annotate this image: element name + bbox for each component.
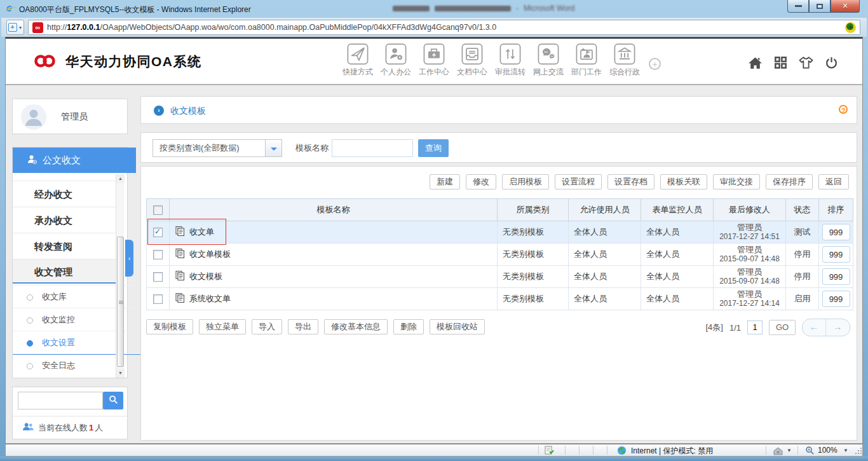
address-bar[interactable]: ∞ http://127.0.0.1/OAapp/WebObjects/OAap…: [28, 20, 860, 35]
zoom-level[interactable]: 100%: [818, 446, 837, 455]
template-name-link[interactable]: 收文单模板: [189, 249, 231, 260]
power-logout-icon[interactable]: [825, 56, 838, 72]
table-row[interactable]: 收文单 无类别模板 全体人员 全体人员 管理员2017-12-27 14:51 …: [147, 221, 853, 244]
col-category: 所属类别: [498, 199, 569, 221]
close-icon: ✕: [842, 2, 848, 10]
person-add-icon: [385, 43, 407, 65]
sidebar-search-input[interactable]: [18, 392, 103, 409]
template-link-button[interactable]: 模板关联: [660, 174, 707, 189]
back-button[interactable]: 返回: [818, 174, 849, 189]
user-card: 管理员: [12, 99, 128, 134]
category-select[interactable]: 按类别查询(全部数据): [153, 139, 266, 157]
scrollbar-thumb[interactable]: [117, 237, 124, 367]
sidebar-subitem-received-monitor[interactable]: 收文监控: [13, 308, 145, 331]
template-recycle-bin-button[interactable]: 模板回收站: [430, 319, 485, 334]
addon-icon[interactable]: [845, 22, 856, 33]
nav-item-document-center[interactable]: 文档中心: [453, 43, 491, 78]
import-button[interactable]: 导入: [252, 319, 282, 334]
quick-add-button[interactable]: +▼: [6, 20, 24, 35]
template-name-link[interactable]: 收文单: [189, 226, 214, 238]
sidebar-search-panel: 当前在线人数 1 人: [12, 387, 128, 439]
help-icon[interactable]: ?: [839, 105, 848, 114]
chevron-down-icon[interactable]: ▼: [843, 448, 848, 453]
select-all-checkbox[interactable]: [153, 205, 163, 215]
scroll-up-icon[interactable]: ▲: [116, 174, 125, 183]
template-table: 模板名称 所属类别 允许使用人员 表单监控人员 最后修改人 状态 排序 收文单 …: [146, 198, 853, 310]
row-checkbox[interactable]: [153, 228, 163, 237]
sidebar-scrollbar[interactable]: ▲ ▼: [116, 174, 124, 378]
sort-order-input[interactable]: [822, 224, 850, 240]
nav-item-work-center[interactable]: 工作中心: [415, 43, 453, 78]
chevron-down-icon[interactable]: ▼: [787, 448, 792, 453]
row-checkbox[interactable]: [153, 272, 163, 282]
approval-handover-button[interactable]: 审批交接: [713, 174, 760, 189]
template-name-link[interactable]: 系统收文单: [189, 293, 231, 305]
delete-button[interactable]: 删除: [393, 319, 424, 334]
set-flow-button[interactable]: 设置流程: [555, 174, 602, 189]
table-row[interactable]: 收文模板 无类别模板 全体人员 全体人员 管理员2015-09-07 14:48…: [147, 266, 853, 288]
sort-order-input[interactable]: [822, 268, 850, 285]
sidebar-item-received-undertaken[interactable]: 承办收文: [13, 207, 116, 233]
page-viewport: 华天动力协同OA系统 快捷方式 个人办公 工作中心 文档中心: [5, 37, 863, 444]
sort-order-input[interactable]: [822, 246, 850, 263]
sidebar-subitem-security-log[interactable]: 安全日志: [13, 354, 145, 377]
top-nav: 快捷方式 个人办公 工作中心 文档中心 审批流转: [339, 43, 644, 78]
prev-page-icon[interactable]: ←: [803, 319, 825, 336]
more-apps-icon[interactable]: +: [649, 58, 661, 70]
sort-order-input[interactable]: [822, 291, 850, 307]
sidebar-section-title: 公文收文: [43, 155, 81, 167]
users-icon: [23, 422, 34, 434]
sidebar-subitem-received-settings[interactable]: 收文设置: [13, 331, 145, 355]
nav-item-shortcuts[interactable]: 快捷方式: [339, 43, 377, 78]
save-sort-button[interactable]: 保存排序: [766, 174, 813, 189]
export-button[interactable]: 导出: [288, 319, 318, 334]
sidebar-section-header[interactable]: 公文收文: [13, 148, 136, 173]
close-button[interactable]: ✕: [831, 0, 860, 13]
nav-item-approval-flow[interactable]: 审批流转: [491, 43, 529, 78]
address-row: +▼ ∞ http://127.0.0.1/OAapp/WebObjects/O…: [1, 18, 867, 37]
next-page-icon[interactable]: →: [825, 319, 849, 336]
enable-template-button[interactable]: 启用模板: [502, 174, 549, 189]
go-button[interactable]: GO: [769, 320, 796, 335]
page-number-input[interactable]: [747, 320, 763, 334]
copy-template-button[interactable]: 复制模板: [146, 319, 193, 334]
window-title: OA8000平台版_FPLMYSQL5--收文模板 - Windows Inte…: [19, 4, 251, 15]
maximize-button[interactable]: [809, 0, 831, 13]
template-name-label: 模板名称: [295, 133, 329, 163]
grid-menu-icon[interactable]: [774, 56, 787, 72]
nav-item-online-chat[interactable]: 网上交流: [529, 43, 567, 78]
resize-grip[interactable]: [854, 448, 862, 455]
query-button[interactable]: 查询: [418, 139, 449, 157]
template-name-input[interactable]: [332, 139, 413, 157]
sidebar-item-forward-review[interactable]: 转发查阅: [13, 233, 116, 259]
col-form-monitors: 表单监控人员: [641, 199, 714, 221]
radio-icon: [27, 294, 33, 301]
home-icon[interactable]: [748, 56, 763, 72]
scroll-down-icon[interactable]: ▼: [116, 369, 125, 378]
window-bottom-frame: [0, 457, 868, 461]
table-row[interactable]: 收文单模板 无类别模板 全体人员 全体人员 管理员2015-09-07 14:4…: [147, 244, 853, 266]
sidebar-collapse-handle[interactable]: ‹: [125, 240, 133, 277]
theme-shirt-icon[interactable]: [799, 56, 813, 72]
nav-item-administration[interactable]: 综合行政: [606, 43, 644, 78]
sidebar-search-button[interactable]: [103, 392, 123, 409]
set-archive-button[interactable]: 设置存档: [607, 174, 654, 189]
category-dropdown-button[interactable]: [266, 139, 282, 157]
nav-item-department-work[interactable]: 部门工作: [567, 43, 606, 78]
row-checkbox[interactable]: [153, 294, 163, 304]
row-checkbox[interactable]: [153, 250, 163, 259]
minimize-button[interactable]: [787, 0, 809, 13]
document-icon: [175, 270, 186, 283]
template-name-link[interactable]: 收文模板: [189, 271, 222, 282]
table-row[interactable]: 系统收文单 无类别模板 全体人员 全体人员 管理员2017-12-27 14:1…: [147, 288, 853, 310]
sidebar-item-received-management[interactable]: 收文管理: [13, 259, 116, 284]
new-button[interactable]: 新建: [430, 174, 460, 189]
sidebar-item-received-handled[interactable]: 经办收文: [13, 181, 116, 207]
nav-item-personal-office[interactable]: 个人办公: [377, 43, 415, 78]
sidebar-subitem-received-library[interactable]: 收文库: [13, 285, 145, 308]
modify-button[interactable]: 修改: [466, 174, 496, 189]
zone-text: Internet | 保护模式: 禁用: [631, 446, 713, 457]
edit-basic-info-button[interactable]: 修改基本信息: [324, 319, 388, 334]
flow-arrows-icon: [499, 43, 521, 65]
standalone-menu-button[interactable]: 独立菜单: [199, 319, 246, 334]
